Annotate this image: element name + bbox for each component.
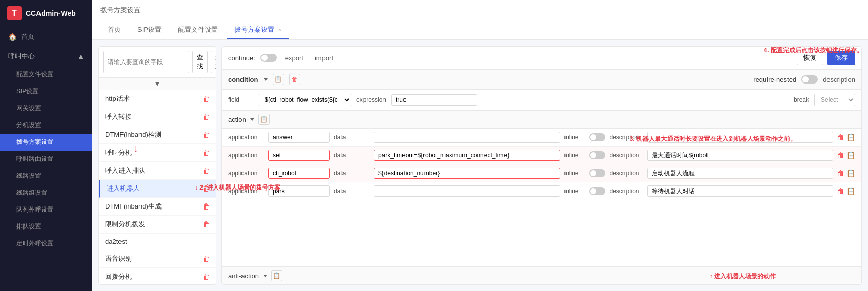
- main: 拨号方案设置 首页 SIP设置 配置文件设置 拨号方案设置 × 查找 添加 ▼ …: [92, 0, 868, 291]
- restore-button[interactable]: 恢复: [797, 51, 823, 65]
- data-input-2[interactable]: [374, 168, 560, 179]
- anti-action-label: anti-action: [228, 272, 259, 280]
- export-button[interactable]: export: [282, 53, 307, 63]
- delete-icon[interactable]: 🗑: [203, 131, 210, 139]
- search-button[interactable]: 查找: [192, 51, 208, 73]
- sidebar-item-sip[interactable]: SIP设置: [0, 83, 92, 100]
- sidebar-item-queue-outbound[interactable]: 队列外呼设置: [0, 201, 92, 218]
- app-input-0[interactable]: [268, 132, 330, 143]
- row-delete-icon-3[interactable]: 🗑: [837, 187, 844, 195]
- list-item-label: 呼入转接: [105, 112, 132, 121]
- list-item-label: 语音识别: [105, 254, 132, 263]
- anti-action-chevron-icon[interactable]: [263, 275, 267, 277]
- data-input-3[interactable]: [374, 185, 560, 197]
- app-input-3[interactable]: [268, 185, 330, 197]
- desc-input-1[interactable]: [647, 150, 834, 161]
- list-item-inbound-queue[interactable]: 呼入进入排队 🗑: [99, 162, 216, 180]
- expression-input[interactable]: [391, 94, 477, 106]
- field-select[interactable]: ${cti_robot_flow_exists(${c: [259, 94, 351, 106]
- condition-delete-icon[interactable]: 🗑: [289, 74, 300, 85]
- delete-icon[interactable]: 🗑: [203, 95, 210, 103]
- collapse-icon[interactable]: ▼: [154, 80, 161, 88]
- desc-input-0[interactable]: [647, 132, 834, 143]
- list-item-limit-dial[interactable]: 限制分机拨发 🗑: [99, 216, 216, 234]
- delete-icon[interactable]: 🗑: [203, 167, 210, 175]
- condition-bar: condition 📋 🗑 require-nested description: [222, 70, 861, 90]
- condition-chevron-icon[interactable]: [264, 78, 268, 81]
- row-copy-icon-0[interactable]: 📋: [846, 133, 855, 141]
- anti-action-copy-icon[interactable]: 📋: [271, 270, 282, 281]
- data-input-1[interactable]: [374, 150, 560, 161]
- continue-toggle[interactable]: [260, 54, 277, 62]
- description-label: description: [823, 76, 855, 84]
- tab-config-file[interactable]: 配置文件设置: [171, 21, 225, 39]
- sidebar-group-callcenter[interactable]: 呼叫中心 ▲: [0, 47, 92, 66]
- app-input-2[interactable]: [268, 168, 330, 179]
- sidebar-item-gateway[interactable]: 网关设置: [0, 100, 92, 117]
- list-item-label: da2test: [105, 238, 127, 245]
- list-item-voice-rec[interactable]: 语音识别 🗑: [99, 250, 216, 268]
- desc-input-2[interactable]: [647, 168, 834, 179]
- right-toolbar-left: continue: export import: [228, 53, 336, 63]
- home-icon: 🏠: [8, 33, 17, 41]
- list-item-da2test[interactable]: da2test: [99, 234, 216, 250]
- topbar: 拨号方案设置: [92, 0, 868, 20]
- delete-icon[interactable]: 🗑: [203, 255, 210, 263]
- import-button[interactable]: import: [312, 53, 336, 63]
- condition-copy-icon[interactable]: 📋: [273, 74, 284, 85]
- delete-icon[interactable]: 🗑: [203, 202, 210, 211]
- sidebar-item-call-route[interactable]: 呼叫路由设置: [0, 151, 92, 168]
- delete-icon[interactable]: 🗑: [203, 184, 210, 193]
- list-item-http[interactable]: http话术 🗑: [99, 90, 216, 108]
- left-panel-search: 查找 添加: [99, 47, 216, 78]
- desc-input-3[interactable]: [647, 185, 834, 197]
- row-delete-icon-2[interactable]: 🗑: [837, 169, 844, 177]
- action-chevron-icon[interactable]: [250, 118, 254, 121]
- tab-sip[interactable]: SIP设置: [130, 21, 169, 39]
- action-copy-icon[interactable]: 📋: [258, 114, 270, 125]
- save-button[interactable]: 保存: [827, 51, 855, 65]
- sidebar-item-home[interactable]: 🏠 首页: [0, 27, 92, 47]
- row-copy-icon-2[interactable]: 📋: [846, 169, 855, 177]
- inline-toggle-3[interactable]: [589, 187, 605, 195]
- sidebar-item-dialplan[interactable]: 拨号方案设置: [0, 134, 92, 151]
- require-nested-toggle[interactable]: [801, 75, 818, 84]
- tab-home[interactable]: 首页: [100, 21, 128, 39]
- row-delete-icon-0[interactable]: 🗑: [837, 133, 844, 141]
- sidebar-item-line[interactable]: 线路设置: [0, 168, 92, 184]
- sidebar-item-config-file[interactable]: 配置文件设置: [0, 66, 92, 83]
- list-item-call-ext[interactable]: 呼叫分机 🗑: [99, 144, 216, 162]
- field-label: field: [228, 96, 254, 103]
- list-item-label: 呼入进入排队: [105, 166, 145, 175]
- delete-icon[interactable]: 🗑: [203, 113, 210, 121]
- list-item-dtmf-detect[interactable]: DTMF(inband)检测 🗑: [99, 126, 216, 144]
- list-item-callback[interactable]: 回拨分机 🗑: [99, 268, 216, 284]
- delete-icon[interactable]: 🗑: [203, 149, 210, 157]
- delete-icon[interactable]: 🗑: [203, 273, 210, 281]
- tab-close-icon[interactable]: ×: [278, 27, 281, 33]
- sidebar-item-line-group[interactable]: 线路组设置: [0, 184, 92, 201]
- require-nested-label: require-nested: [753, 76, 796, 84]
- sidebar-item-scheduled-call[interactable]: 定时外呼设置: [0, 235, 92, 252]
- data-input-0[interactable]: [374, 132, 560, 143]
- app-label-2: application: [228, 170, 264, 177]
- search-input[interactable]: [103, 51, 189, 73]
- row-icons-0: 🗑 📋: [837, 133, 855, 141]
- row-copy-icon-1[interactable]: 📋: [846, 151, 855, 159]
- list-item-label: 进入机器人: [107, 184, 140, 193]
- list-item-dtmf-gen[interactable]: DTMF(inband)生成 🗑: [99, 198, 216, 216]
- inline-toggle-0[interactable]: [589, 133, 605, 141]
- sidebar-item-extension[interactable]: 分机设置: [0, 117, 92, 134]
- app-input-1[interactable]: [268, 150, 330, 161]
- sidebar-item-queue[interactable]: 排队设置: [0, 218, 92, 235]
- inline-toggle-1[interactable]: [589, 151, 605, 159]
- inline-toggle-2[interactable]: [589, 169, 605, 177]
- list-item-robot[interactable]: 进入机器人 🗑: [99, 180, 216, 198]
- delete-icon[interactable]: 🗑: [203, 220, 210, 228]
- row-delete-icon-1[interactable]: 🗑: [837, 151, 844, 159]
- break-select[interactable]: Select: [814, 94, 855, 106]
- tab-dialplan[interactable]: 拨号方案设置 ×: [227, 21, 289, 39]
- row-copy-icon-3[interactable]: 📋: [846, 187, 855, 195]
- list-item-inbound-transfer[interactable]: 呼入转接 🗑: [99, 108, 216, 126]
- add-button[interactable]: 添加: [211, 51, 216, 73]
